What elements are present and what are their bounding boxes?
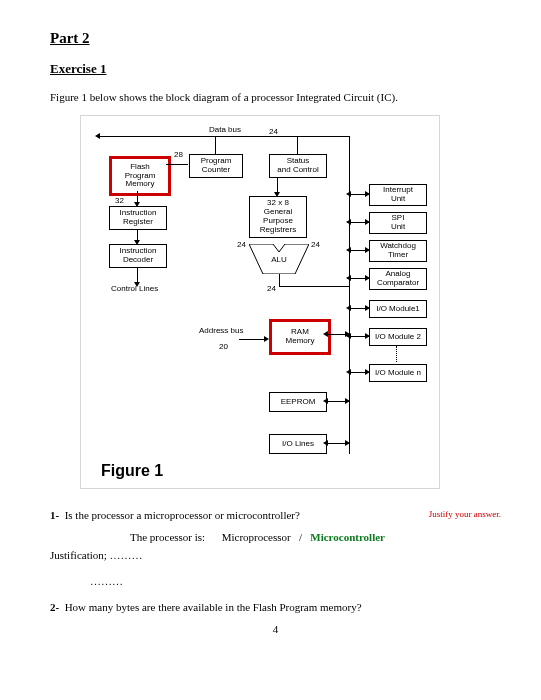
program-counter-label: Program Counter bbox=[201, 157, 232, 175]
io-module-n-block: I/O Module n bbox=[369, 364, 427, 382]
alu-in-24-right: 24 bbox=[311, 240, 320, 249]
q1-option-microprocessor: Microprocessor bbox=[222, 531, 291, 543]
q1-separator: / bbox=[299, 531, 302, 543]
q1-option-microcontroller: Microcontroller bbox=[310, 531, 385, 543]
instr-reg-label: Instruction Register bbox=[120, 209, 157, 227]
eeprom-label: EEPROM bbox=[281, 398, 316, 407]
q2-number: 2- bbox=[50, 601, 59, 613]
data-bus-label: Data bus bbox=[209, 125, 241, 134]
io-module-1-block: I/O Module1 bbox=[369, 300, 427, 318]
analog-label: Analog Comparator bbox=[377, 270, 419, 288]
exercise-title: Exercise 1 bbox=[50, 61, 501, 77]
ion-label: I/O Module n bbox=[375, 369, 421, 378]
ram-block: RAM Memory bbox=[269, 319, 331, 355]
q1-number: 1- bbox=[50, 509, 59, 521]
instr-dec-label: Instruction Decoder bbox=[120, 247, 157, 265]
question-1: 1- Is the processor a microprocessor or … bbox=[50, 509, 501, 521]
bus-width-32: 32 bbox=[115, 196, 124, 205]
gpr-block: 32 x 8 General Purpose Registrers bbox=[249, 196, 307, 238]
ram-label: RAM Memory bbox=[286, 328, 315, 346]
flash-program-memory-block: Flash Program Memory bbox=[109, 156, 171, 196]
bus-width-28: 28 bbox=[174, 150, 183, 159]
block-diagram: Data bus 24 Flash Program Memory 28 Prog… bbox=[89, 124, 431, 484]
io-lines-block: I/O Lines bbox=[269, 434, 327, 454]
gpr-label: 32 x 8 General Purpose Registrers bbox=[260, 199, 296, 234]
io2-label: I/O Module 2 bbox=[375, 333, 421, 342]
eeprom-block: EEPROM bbox=[269, 392, 327, 412]
bus-width-24: 24 bbox=[269, 127, 278, 136]
program-counter-block: Program Counter bbox=[189, 154, 243, 178]
flash-label: Flash Program Memory bbox=[125, 163, 156, 189]
alu-out-24: 24 bbox=[267, 284, 276, 293]
q1-justification-dots: ……… bbox=[90, 575, 501, 587]
interrupt-label: Interrupt Unit bbox=[383, 186, 413, 204]
alu-label: ALU bbox=[271, 255, 287, 264]
watchdog-block: Watchdog Timer bbox=[369, 240, 427, 262]
bus-width-20: 20 bbox=[219, 342, 228, 351]
question-2: 2- How many bytes are there available in… bbox=[50, 601, 501, 613]
q1-justify-hint: Justify your answer. bbox=[429, 509, 501, 519]
address-bus-label: Address bus bbox=[199, 326, 243, 335]
status-label: Status and Control bbox=[277, 157, 318, 175]
instruction-register-block: Instruction Register bbox=[109, 206, 167, 230]
figure-caption: Figure 1 bbox=[101, 462, 163, 484]
q1-answer-line: The processor is: Microprocessor / Micro… bbox=[130, 531, 501, 543]
spi-unit-block: SPI Unit bbox=[369, 212, 427, 234]
spi-label: SPI Unit bbox=[391, 214, 405, 232]
interrupt-unit-block: Interrupt Unit bbox=[369, 184, 427, 206]
figure-1-container: Data bus 24 Flash Program Memory 28 Prog… bbox=[80, 115, 440, 489]
io-module-2-block: I/O Module 2 bbox=[369, 328, 427, 346]
alu-in-24-left: 24 bbox=[237, 240, 246, 249]
watchdog-label: Watchdog Timer bbox=[380, 242, 416, 260]
q1-text: Is the processor a microprocessor or mic… bbox=[65, 509, 300, 521]
page-number: 4 bbox=[50, 623, 501, 635]
status-control-block: Status and Control bbox=[269, 154, 327, 178]
intro-text: Figure 1 below shows the block diagram o… bbox=[50, 91, 501, 103]
io1-label: I/O Module1 bbox=[376, 305, 420, 314]
q2-text: How many bytes are there available in th… bbox=[65, 601, 362, 613]
analog-comparator-block: Analog Comparator bbox=[369, 268, 427, 290]
q1-justification-label: Justification; ……… bbox=[50, 549, 501, 561]
instruction-decoder-block: Instruction Decoder bbox=[109, 244, 167, 268]
io-lines-label: I/O Lines bbox=[282, 440, 314, 449]
alu-block: ALU bbox=[249, 244, 309, 274]
q1-answer-prefix: The processor is: bbox=[130, 531, 205, 543]
part-title: Part 2 bbox=[50, 30, 501, 47]
